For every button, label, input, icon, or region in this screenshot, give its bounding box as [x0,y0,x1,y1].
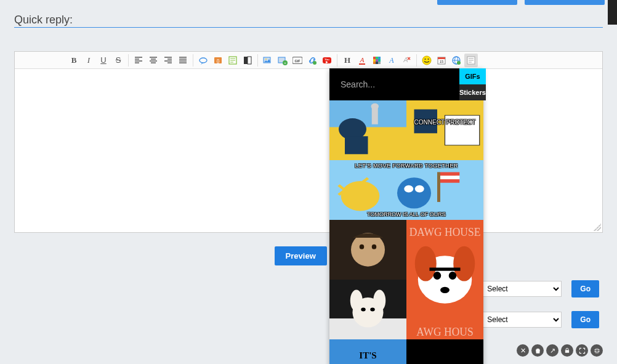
svg-point-30 [428,59,429,60]
spoiler-button[interactable] [241,54,254,67]
expand-icon[interactable] [576,344,588,357]
svg-point-56 [360,245,365,249]
footer-actions: ✕ ↗ [517,344,603,357]
share-icon[interactable]: ↗ [546,344,559,357]
svg-point-55 [351,233,385,266]
gif-button[interactable]: GIF [291,54,304,67]
align-justify-button[interactable] [176,54,190,67]
svg-rect-21 [376,59,378,62]
go-button-2[interactable]: Go [571,311,599,328]
editor-container: B I U S {} + GIF You H A A A 15 [14,51,603,233]
go-button-1[interactable]: Go [571,280,599,297]
svg-rect-17 [373,57,376,59]
editor-textarea[interactable] [15,69,602,232]
section-title: Quick reply: [14,14,73,26]
giphy-result-item[interactable]: CONNECT PROTECT [406,100,483,160]
svg-rect-19 [378,57,381,59]
page-scrollbar[interactable] [608,0,617,25]
close-icon[interactable]: ✕ [517,344,529,357]
giphy-tab-stickers[interactable]: Stickers [459,84,486,100]
strikethrough-button[interactable]: S [111,54,125,67]
giphy-result-item[interactable] [329,100,406,160]
svg-point-70 [350,289,363,311]
giphy-result-item[interactable] [329,220,406,280]
calendar-button[interactable]: 15 [435,54,448,67]
svg-point-57 [372,245,377,249]
svg-point-44 [371,103,379,110]
svg-point-51 [404,185,413,193]
svg-rect-23 [373,62,376,64]
align-right-button[interactable] [161,54,175,67]
giphy-tab-gifs[interactable]: GIFs [459,68,486,84]
svg-point-28 [422,56,431,65]
divider [14,27,603,28]
svg-text:AWG HOUS: AWG HOUS [416,325,473,338]
clear-format-button[interactable]: A [400,54,413,67]
image-upload-button[interactable]: + [276,54,289,67]
source-button[interactable] [464,54,478,67]
svg-text:A: A [360,56,365,63]
svg-point-7 [265,59,267,60]
collapse-icon[interactable] [591,344,603,357]
svg-point-63 [453,246,475,281]
svg-point-73 [370,308,375,312]
align-center-button[interactable] [147,54,160,67]
italic-button[interactable]: I [82,54,95,67]
svg-point-50 [397,177,431,208]
svg-text:A: A [403,56,408,63]
svg-rect-53 [437,172,440,202]
giphy-result-item[interactable]: LET'S MOVE FORWARD TOGETHER TOMORROW IS … [329,160,483,220]
svg-point-0 [200,58,207,63]
svg-point-49 [341,181,380,211]
image-button[interactable] [261,54,275,67]
svg-point-52 [415,185,424,193]
svg-point-29 [425,59,426,60]
svg-point-36 [457,61,461,65]
youtube-button[interactable]: You [320,54,334,67]
svg-text:15: 15 [440,60,444,63]
code-button[interactable]: {} [211,54,225,67]
svg-rect-18 [376,57,378,59]
note-button[interactable] [226,54,240,67]
preview-button[interactable]: Preview [275,246,327,265]
svg-rect-20 [373,59,376,62]
bold-button[interactable]: B [67,54,81,67]
svg-rect-42 [345,136,368,154]
giphy-results-grid: CONNECT PROTECT LET'S MOVE FORWARD TOGET… [329,100,483,364]
trash-icon[interactable] [531,344,544,357]
svg-text:+: + [284,61,286,65]
svg-rect-24 [376,62,378,64]
font-color-button[interactable]: A [355,54,369,67]
svg-text:A: A [389,56,394,65]
underline-button[interactable]: U [97,54,110,67]
svg-text:GIF: GIF [295,59,301,62]
svg-point-72 [361,308,366,312]
giphy-result-item[interactable]: DAWG HOUSE AWG HOUS [406,220,483,339]
giphy-result-item[interactable] [329,280,406,339]
svg-rect-5 [248,57,251,64]
svg-point-64 [434,272,442,280]
editor-toolbar: B I U S {} + GIF You H A A A 15 [15,52,602,69]
svg-point-71 [373,289,385,311]
globe-button[interactable] [450,54,463,67]
svg-rect-38 [565,350,569,352]
jump-select-1[interactable]: Select [482,281,562,297]
resize-handle[interactable] [594,224,601,231]
giphy-search-input[interactable] [329,68,459,100]
giphy-popover: GIFs Stickers CONNECT PROTECT LET'S MOVE… [329,68,483,364]
link-button[interactable] [305,54,319,67]
svg-point-66 [440,287,450,293]
color-palette-button[interactable] [370,54,384,67]
svg-point-65 [449,272,457,280]
svg-text:You: You [325,58,329,61]
font-family-button[interactable]: A [385,54,398,67]
svg-point-13 [313,61,317,65]
giphy-result-item[interactable]: IT'S SNOWING! [329,339,406,364]
quote-button[interactable] [196,54,210,67]
lock-icon[interactable] [561,344,573,357]
heading-button[interactable]: H [341,54,354,67]
jump-select-2[interactable]: Select [482,312,562,328]
align-left-button[interactable] [132,54,145,67]
emoji-button[interactable] [420,54,434,67]
svg-text:DAWG HOUSE: DAWG HOUSE [409,226,481,238]
